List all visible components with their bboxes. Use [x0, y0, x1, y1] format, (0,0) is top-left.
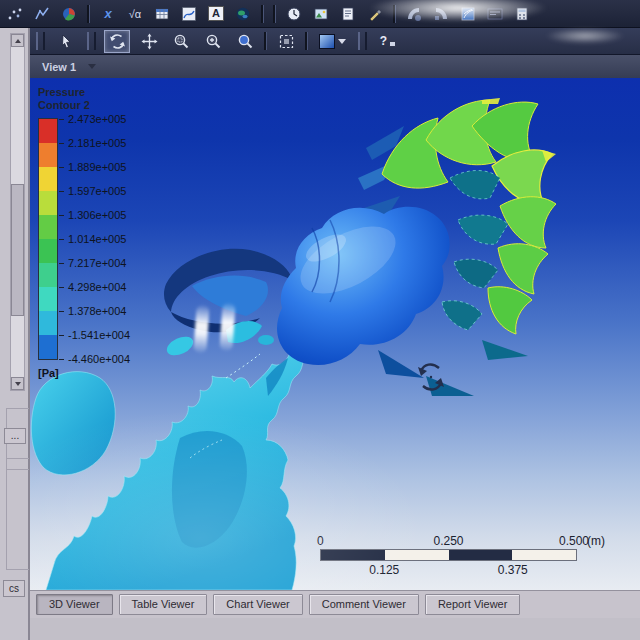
- zoom-box-icon[interactable]: [168, 30, 194, 53]
- image-globe-icon[interactable]: [234, 5, 252, 23]
- panel-groupbox-edge: [6, 458, 29, 570]
- tab-chart-viewer[interactable]: Chart Viewer: [213, 594, 302, 615]
- viewport-3d[interactable]: Pressure Contour 2 2.473e+005: [30, 78, 640, 590]
- ruler-label: 0.500: [559, 534, 589, 548]
- legend-title-line1: Pressure: [38, 86, 90, 99]
- turbo-view-icon-2[interactable]: [432, 5, 450, 23]
- zoom-all-icon[interactable]: [232, 30, 258, 53]
- expression-icon[interactable]: √α: [126, 5, 144, 23]
- polyline-icon[interactable]: [33, 5, 51, 23]
- legend-band: [39, 287, 57, 311]
- legend-color-bar: [38, 118, 58, 360]
- tab-3d-viewer[interactable]: 3D Viewer: [36, 594, 113, 615]
- legend-value: -1.541e+004: [68, 329, 130, 341]
- turbo-view-icon-3[interactable]: [459, 5, 477, 23]
- legend-value: -4.460e+004: [68, 353, 130, 365]
- legend-band: [39, 311, 57, 335]
- view-tab-label[interactable]: View 1: [42, 61, 76, 73]
- iso-surface-blob[interactable]: [31, 372, 115, 475]
- main-toolbar: x √α A: [0, 0, 640, 28]
- ruler-label: 0.375: [498, 563, 528, 577]
- legend-band: [39, 335, 57, 359]
- pan-tool-icon[interactable]: [136, 30, 162, 53]
- zoom-in-icon[interactable]: [200, 30, 226, 53]
- legend-value: 1.014e+005: [68, 233, 126, 245]
- status-strip: [30, 618, 640, 640]
- ruler-bar: [320, 549, 577, 561]
- tab-table-viewer[interactable]: Table Viewer: [119, 594, 208, 615]
- toolbar-separator: [305, 32, 308, 50]
- toolbar-separator: [261, 5, 264, 23]
- scrollbar-thumb[interactable]: [11, 184, 24, 316]
- turbo-view-icon-1[interactable]: [405, 5, 423, 23]
- left-panel-scrollbar[interactable]: [10, 33, 25, 391]
- scroll-down-button[interactable]: [11, 377, 24, 390]
- legend-value: 1.306e+005: [68, 209, 126, 221]
- ruler-segment: [321, 550, 385, 560]
- legend-unit: [Pa]: [38, 367, 90, 379]
- scale-ruler: 0 0.250 0.500 (m) 0.125 0.375: [320, 534, 577, 578]
- toolbar-drag-handle[interactable]: [358, 32, 367, 50]
- help-box-icon: [389, 41, 396, 47]
- legend-value: 1.378e+004: [68, 305, 126, 317]
- legend-value: 7.217e+004: [68, 257, 126, 269]
- legend-band: [39, 167, 57, 191]
- legend-value: 2.181e+005: [68, 137, 126, 149]
- toolbar-separator: [264, 32, 267, 50]
- fit-view-icon[interactable]: [273, 30, 299, 53]
- button-cropped[interactable]: cs: [3, 580, 25, 597]
- view-tab-bar: View 1: [30, 55, 640, 78]
- legend-band: [39, 215, 57, 239]
- toolbar-separator: [87, 5, 90, 23]
- toolbar-separator: [393, 5, 396, 23]
- toolbar-drag-handle[interactable]: [36, 32, 45, 50]
- render-mode-dropdown[interactable]: [314, 30, 350, 53]
- triangle-down-icon: [15, 382, 21, 386]
- ruler-label: 0.250: [433, 534, 463, 548]
- variable-icon[interactable]: x: [99, 5, 117, 23]
- toolbar-separator: [273, 5, 276, 23]
- rotate-tool-icon[interactable]: [104, 30, 130, 53]
- legend-band: [39, 143, 57, 167]
- tab-comment-viewer[interactable]: Comment Viewer: [309, 594, 419, 615]
- render-mode-swatch: [319, 34, 335, 49]
- legend-value: 2.473e+005: [68, 113, 126, 125]
- chart-line-icon[interactable]: [180, 5, 198, 23]
- viewer-tab-bar: 3D Viewer Table Viewer Chart Viewer Comm…: [30, 590, 640, 618]
- chevron-down-icon: [338, 39, 346, 44]
- help-icon[interactable]: ?: [375, 30, 401, 53]
- picture-icon[interactable]: [312, 5, 330, 23]
- ruler-segment: [512, 550, 576, 560]
- report-icon[interactable]: [339, 5, 357, 23]
- scroll-up-button[interactable]: [11, 34, 24, 47]
- tab-report-viewer[interactable]: Report Viewer: [425, 594, 521, 615]
- legend-band: [39, 119, 57, 143]
- macro-editor-icon[interactable]: [486, 5, 504, 23]
- triangle-up-icon: [15, 39, 21, 43]
- table-icon[interactable]: [153, 5, 171, 23]
- rotate-cursor-icon: [417, 361, 445, 393]
- pie-sphere-icon[interactable]: [60, 5, 78, 23]
- ruler-unit: (m): [587, 534, 605, 548]
- legend-title-line2: Contour 2: [38, 99, 90, 112]
- ruler-segment: [385, 550, 449, 560]
- legend-value: 1.889e+005: [68, 161, 126, 173]
- view-dropdown-icon[interactable]: [88, 64, 96, 69]
- viewer-toolbar: ?: [30, 28, 640, 55]
- toolbar-drag-handle[interactable]: [87, 32, 96, 50]
- pointer-select-icon[interactable]: [53, 30, 79, 53]
- calculator-icon[interactable]: [513, 5, 531, 23]
- cfd-post-window: x √α A: [0, 0, 640, 640]
- legend-labels: 2.473e+005 2.181e+005 1.889e+005 1.597e+…: [59, 119, 149, 361]
- legend-value: 1.597e+005: [68, 185, 126, 197]
- pen-annotation-icon[interactable]: [366, 5, 384, 23]
- legend-value: 4.298e+004: [68, 281, 126, 293]
- scatter-plot-icon[interactable]: [6, 5, 24, 23]
- browse-button-cropped[interactable]: ...: [4, 428, 26, 444]
- text-label-icon[interactable]: A: [207, 5, 225, 23]
- ruler-segment: [449, 550, 513, 560]
- pressure-legend: Pressure Contour 2 2.473e+005: [38, 86, 90, 379]
- ruler-label: 0: [317, 534, 324, 548]
- crescent-disc-surface[interactable]: [164, 249, 292, 333]
- timestep-clock-icon[interactable]: [285, 5, 303, 23]
